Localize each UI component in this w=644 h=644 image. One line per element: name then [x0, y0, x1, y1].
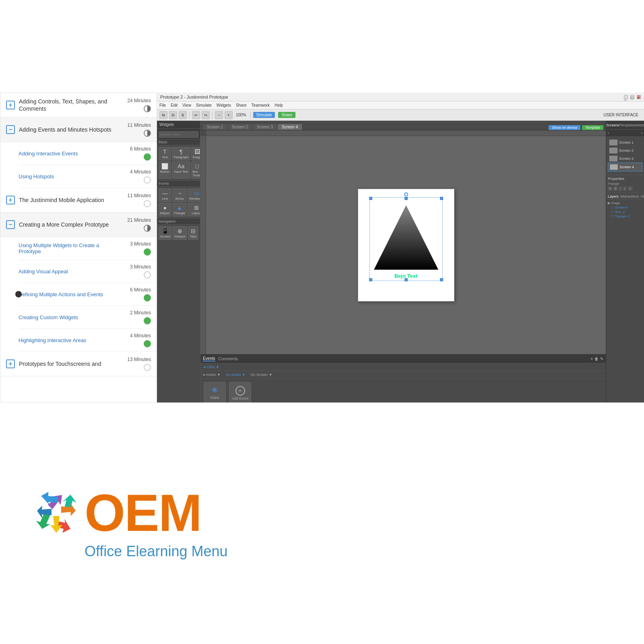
- sub-item-interactive-events[interactable]: Adding Interactive Events 6 Minutes: [19, 142, 157, 165]
- widget-layout[interactable]: ⊞ Layout: [188, 203, 200, 217]
- menu-edit[interactable]: Edit: [171, 103, 178, 107]
- sidebar-item-mobile[interactable]: + The Justinmind Mobile Application 11 M…: [0, 188, 157, 213]
- sub-item-adding-visual[interactable]: Adding Visual Appeal 3 Minutes: [19, 260, 157, 283]
- layer-item-text1[interactable]: □ "Text_1": [608, 210, 642, 214]
- simulate-btn[interactable]: Simulate: [253, 112, 275, 118]
- right-tab-screens[interactable]: Screens: [606, 123, 619, 127]
- rotation-handle[interactable]: [404, 192, 408, 196]
- menu-share[interactable]: Share: [236, 103, 247, 107]
- toggle-icon-mobile[interactable]: +: [6, 196, 15, 204]
- tab-screen1[interactable]: Screen 1: [203, 124, 227, 130]
- menu-simulate[interactable]: Simulate: [196, 103, 212, 107]
- widget-ellipse[interactable]: ● Ellipse: [159, 203, 171, 217]
- menu-teamwork[interactable]: Teamwork: [252, 103, 270, 107]
- prop-b[interactable]: B: [613, 186, 618, 191]
- show-on-device-btn[interactable]: Show on device: [549, 125, 581, 130]
- handle-tm[interactable]: [405, 197, 408, 200]
- sub-item-highlight-interactive[interactable]: Highlighting Interactive Areas 4 Minutes: [19, 329, 157, 352]
- screen-list-item-4[interactable]: Screen 4: [608, 163, 642, 171]
- layer-item-triangle1[interactable]: □ "Triangle 1": [608, 214, 642, 219]
- toolbar-open[interactable]: O: [169, 111, 177, 119]
- share-btn[interactable]: Share: [278, 112, 295, 118]
- widget-text[interactable]: T Text: [159, 147, 171, 161]
- duration-mobile: 11 Minutes: [123, 193, 151, 207]
- minimize-btn[interactable]: _: [624, 95, 628, 99]
- variables-tab[interactable]: Variables: [641, 194, 644, 198]
- screen-list-item-2[interactable]: Screen 2: [608, 147, 642, 155]
- event-item-make[interactable]: 👁 Make: [204, 382, 226, 402]
- screen-list-item-1[interactable]: Screen 1: [608, 138, 642, 147]
- template-btn[interactable]: Template: [582, 125, 603, 130]
- handle-tr[interactable]: [440, 197, 443, 200]
- sidebar-item-adding-events[interactable]: − Adding Events and Minutes Hotspots 11 …: [0, 118, 157, 142]
- events-tab[interactable]: Events: [203, 356, 215, 361]
- menu-view[interactable]: View: [182, 103, 191, 107]
- toolbar-redo[interactable]: ↪: [202, 111, 210, 119]
- toggle-icon-minus-events[interactable]: −: [6, 125, 15, 134]
- tab-screen3[interactable]: Screen 3: [253, 124, 277, 130]
- widget-box-tools[interactable]: □ Box Tools: [191, 161, 201, 179]
- widgets-search-input[interactable]: [159, 131, 198, 138]
- handle-bl[interactable]: [369, 278, 372, 281]
- sidebar-item-complex-prototype[interactable]: − Creating a More Complex Prototype 21 M…: [0, 213, 157, 237]
- widget-tabs[interactable]: ⊟ Tabs: [188, 226, 198, 240]
- jm-right-panel: Screens Templates Masters ‹ › Screen 1: [606, 121, 644, 402]
- prop-n[interactable]: N: [608, 186, 613, 191]
- handle-tl[interactable]: [369, 197, 372, 200]
- widget-screen[interactable]: 📱 Screen: [159, 226, 172, 240]
- screens-next-btn[interactable]: ›: [641, 131, 642, 135]
- events-del-btn[interactable]: 🗑: [594, 357, 599, 361]
- prop-c[interactable]: C: [628, 186, 633, 191]
- menu-help[interactable]: Help: [275, 103, 283, 107]
- widget-line[interactable]: — Line: [159, 188, 171, 202]
- sidebar-item-adding-controls[interactable]: + Adding Controls, Text, Shapes, and Com…: [0, 93, 157, 118]
- layer-item-screen4[interactable]: □ "Screen4": [608, 205, 642, 210]
- menu-file[interactable]: File: [159, 103, 166, 107]
- toolbar-save[interactable]: S: [179, 111, 187, 119]
- maximize-btn[interactable]: □: [630, 95, 634, 99]
- toggle-icon-minus-complex[interactable]: −: [6, 220, 15, 229]
- widget-rectangle[interactable]: ▭ Rectangle: [188, 188, 200, 202]
- prop-l[interactable]: L: [623, 186, 627, 191]
- events-edit-btn[interactable]: ✎: [600, 357, 603, 361]
- close-btn[interactable]: ×: [637, 95, 641, 99]
- screen-list-item-3[interactable]: Screen 3: [608, 155, 642, 163]
- toolbar-new[interactable]: N: [159, 111, 167, 119]
- ruler-corner: [200, 130, 206, 136]
- widget-triangle[interactable]: ▲ Triangle: [172, 203, 187, 217]
- screens-prev-btn[interactable]: ‹: [608, 131, 609, 135]
- screen-thumb-1: [609, 140, 617, 145]
- sub-minutes-custom-widgets: 2 Minutes: [130, 310, 151, 316]
- right-tab-templates[interactable]: Templates: [619, 123, 636, 127]
- widget-input-text[interactable]: Aa Input Text: [172, 161, 190, 179]
- layers-tabs: Layers Interactions Variables: [608, 194, 642, 200]
- widget-hotspot[interactable]: ⊕ Hotspot: [173, 226, 187, 240]
- event-add-block[interactable]: + Add Event: [229, 382, 251, 402]
- menu-widgets[interactable]: Widgets: [217, 103, 231, 107]
- interactions-tab[interactable]: Interactions: [620, 194, 639, 198]
- oem-logo-row: OEM: [32, 487, 201, 539]
- sub-item-multiple-actions[interactable]: Defining Multiple Actions and Events 6 M…: [19, 283, 157, 306]
- toolbar-zoom-out[interactable]: −: [215, 111, 223, 119]
- handle-br[interactable]: [440, 278, 443, 281]
- widget-arrow[interactable]: → Arrow: [172, 188, 187, 202]
- sub-item-multiple-widgets[interactable]: Using Multiple Widgets to Create a Proto…: [19, 237, 157, 260]
- layers-tab[interactable]: Layers: [608, 194, 619, 198]
- sub-item-custom-widgets[interactable]: Creating Custom Widgets 2 Minutes: [19, 306, 157, 329]
- tab-screen4[interactable]: Screen 4: [278, 124, 302, 130]
- events-add-btn[interactable]: +: [590, 357, 593, 361]
- sub-item-hotspots[interactable]: Using Hotspots 4 Minutes: [19, 165, 157, 188]
- toggle-icon-touchscreens[interactable]: +: [6, 359, 15, 368]
- toolbar-zoom-in[interactable]: +: [225, 111, 233, 119]
- layer-item-image[interactable]: ▶ Image: [608, 201, 642, 205]
- sidebar-item-touchscreens[interactable]: + Prototypes for Touchscreens and 13 Min…: [0, 352, 157, 376]
- widget-button[interactable]: ⬜ Button: [159, 161, 171, 179]
- tab-screen2[interactable]: Screen 2: [228, 124, 252, 130]
- widget-paragraph[interactable]: ¶ Paragraph: [172, 147, 190, 161]
- prop-i[interactable]: I: [619, 186, 622, 191]
- widget-image[interactable]: 🖼 Image: [191, 147, 201, 161]
- toggle-icon-plus[interactable]: +: [6, 101, 15, 109]
- toolbar-undo[interactable]: ↩: [192, 111, 200, 119]
- comments-tab[interactable]: Comments: [219, 357, 238, 361]
- right-tab-masters[interactable]: Masters: [636, 123, 644, 127]
